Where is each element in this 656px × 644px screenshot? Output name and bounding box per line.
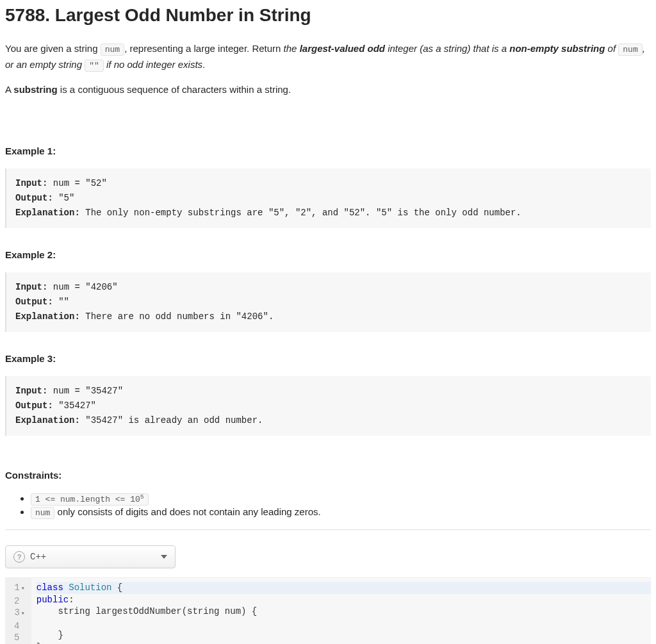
text: 1 <= num.length <= 10 [35, 495, 140, 504]
line-number: 2 [14, 596, 19, 606]
constraint-code: num [31, 507, 54, 519]
code-line: }; [37, 642, 47, 644]
constraint-code: 1 <= num.length <= 105 [31, 493, 149, 506]
text [63, 582, 69, 593]
output-value: "" [53, 297, 69, 307]
editor-code[interactable]: class Solution { public: string largestO… [31, 578, 651, 644]
explanation-label: Explanation: [15, 415, 80, 425]
language-selector[interactable]: ? C++ [5, 545, 176, 568]
text: is a contiguous sequence of characters w… [58, 84, 291, 95]
output-label: Output: [15, 193, 53, 203]
constraint-item: num only consists of digits and does not… [31, 506, 651, 518]
output-value: "35427" [53, 400, 96, 411]
explanation-value: The only non-empty substrings are "5", "… [80, 208, 521, 218]
constraint-item: 1 <= num.length <= 105 [31, 493, 651, 504]
input-value: num = "52" [47, 178, 106, 188]
explanation-value: "35427" is already an odd number. [80, 415, 263, 425]
text: of [605, 43, 618, 54]
code-empty: "" [85, 60, 104, 72]
italic: the largest-valued odd integer (as a str… [284, 43, 619, 54]
text: A [5, 84, 13, 95]
text: You are given a string [5, 43, 101, 54]
text: integer (as a string) that is a [385, 43, 509, 54]
strong: substring [13, 84, 57, 95]
input-label: Input: [15, 386, 47, 396]
code-num: num [101, 44, 124, 56]
strong: non-empty substring [509, 43, 605, 54]
line-number: 3 [14, 607, 19, 618]
problem-title: 5788. Largest Odd Number in String [5, 5, 651, 26]
line-number: 5 [14, 632, 19, 643]
line-number: 1 [14, 582, 19, 593]
fold-icon[interactable]: ▾ [20, 610, 25, 617]
explanation-label: Explanation: [15, 208, 80, 218]
problem-intro-1: You are given a string num, representing… [5, 41, 651, 73]
code-line: string largestOddNumber(string num) { [37, 606, 257, 616]
code-editor[interactable]: 1▾ 2 3▾ 4 5 6 class Solution { public: s… [5, 577, 651, 644]
fold-icon[interactable]: ▾ [20, 585, 25, 592]
example-2-title: Example 2: [5, 247, 651, 263]
text: the [284, 43, 300, 54]
chevron-down-icon [161, 555, 167, 559]
explanation-value: There are no odd numbers in "4206". [80, 311, 274, 322]
input-value: num = "35427" [47, 386, 123, 396]
input-label: Input: [15, 282, 47, 292]
constraints-title: Constraints: [5, 468, 651, 484]
example-3-block: Input: num = "35427" Output: "35427" Exp… [5, 376, 651, 436]
keyword: public [37, 595, 69, 605]
constraints-list: 1 <= num.length <= 105 num only consists… [5, 493, 651, 518]
keyword: class [37, 582, 63, 593]
input-value: num = "4206" [47, 282, 117, 292]
text: only consists of digits and does not con… [54, 506, 320, 517]
divider [5, 529, 651, 530]
output-label: Output: [15, 297, 53, 307]
text: . [202, 59, 205, 70]
text: { [111, 582, 122, 593]
example-3-title: Example 3: [5, 351, 651, 367]
code-line: } [37, 630, 63, 640]
output-value: "5" [53, 193, 75, 203]
explanation-label: Explanation: [15, 311, 80, 322]
example-1-block: Input: num = "52" Output: "5" Explanatio… [5, 169, 651, 228]
sup: 5 [140, 493, 144, 500]
help-icon[interactable]: ? [13, 551, 25, 563]
input-label: Input: [15, 178, 47, 188]
text: if no odd integer exists [104, 59, 202, 70]
code-line-highlighted: class Solution { [37, 582, 651, 594]
example-2-block: Input: num = "4206" Output: "" Explanati… [5, 272, 651, 332]
code-num: num [618, 44, 642, 56]
line-number: 4 [14, 621, 19, 631]
problem-intro-2: A substring is a contiguous sequence of … [5, 82, 651, 98]
editor-gutter: 1▾ 2 3▾ 4 5 6 [5, 578, 31, 644]
output-label: Output: [15, 400, 53, 411]
text: : [69, 595, 74, 605]
italic: if no odd integer exists [104, 59, 202, 70]
language-selected: C++ [30, 552, 156, 562]
text: , representing a large integer. Return [124, 43, 283, 54]
example-1-title: Example 1: [5, 144, 651, 160]
strong: largest-valued odd [300, 43, 385, 54]
identifier: Solution [69, 582, 111, 593]
